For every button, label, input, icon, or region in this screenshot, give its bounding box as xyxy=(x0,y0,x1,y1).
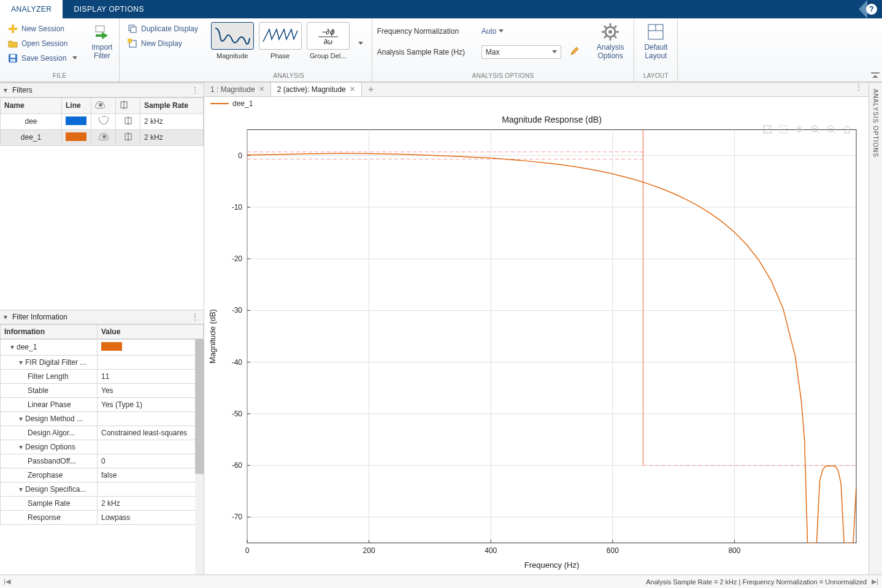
zoom-extents-icon[interactable] xyxy=(778,124,789,135)
eye-icon xyxy=(99,117,109,124)
ribbon-group-file-title: FILE xyxy=(0,71,119,82)
col-line[interactable]: Line xyxy=(62,97,91,113)
svg-text:200: 200 xyxy=(363,546,375,555)
scrollbar[interactable] xyxy=(195,339,204,575)
analysis-group-delay-button[interactable]: −∂ϕ∂ω xyxy=(307,22,350,50)
svg-text:-50: -50 xyxy=(232,410,243,418)
ribbon-group-layout-title: LAYOUT xyxy=(634,71,677,82)
info-row[interactable]: Zerophasefalse xyxy=(1,468,204,482)
filter-visibility[interactable] xyxy=(91,129,116,145)
info-col-label: Information xyxy=(1,324,98,338)
analysis-options-rail[interactable]: ANALYSIS OPTIONS xyxy=(869,83,882,575)
svg-text:0: 0 xyxy=(245,546,250,555)
svg-text:−∂ϕ: −∂ϕ xyxy=(321,28,335,36)
table-row[interactable]: dee_12 kHz xyxy=(1,129,204,145)
open-session-button[interactable]: Open Session xyxy=(5,37,80,50)
default-layout-button[interactable]: Default Layout xyxy=(639,22,672,61)
col-marker[interactable] xyxy=(116,97,140,113)
plot-tab-1[interactable]: 1 : Magnitude ✕ xyxy=(204,83,271,96)
tab-analyzer[interactable]: ANALYZER xyxy=(0,0,63,18)
collapse-icon[interactable]: ▾ xyxy=(4,313,7,321)
home-icon[interactable] xyxy=(842,124,853,135)
sample-rate-dropdown[interactable]: Max xyxy=(481,45,561,59)
filter-info-title: Filter Information xyxy=(12,313,67,321)
info-row[interactable]: ▾Design Specifica... xyxy=(1,482,204,496)
add-plot-tab[interactable]: + xyxy=(362,83,380,96)
duplicate-display-button[interactable]: Duplicate Display xyxy=(125,22,201,36)
ribbon-collapse-button[interactable] xyxy=(871,72,880,80)
svg-rect-9 xyxy=(128,39,132,43)
svg-text:600: 600 xyxy=(607,546,619,555)
info-row[interactable]: ▾Design Options xyxy=(1,440,204,454)
collapse-icon[interactable]: ▾ xyxy=(4,86,7,94)
filter-marker[interactable] xyxy=(116,129,140,145)
filter-color[interactable] xyxy=(62,113,91,129)
duplicate-icon xyxy=(128,24,137,34)
analysis-options-button[interactable]: Analysis Options xyxy=(592,22,629,61)
status-right-button[interactable]: ▶| xyxy=(872,578,878,586)
analysis-options-rail-label: ANALYSIS OPTIONS xyxy=(872,89,879,158)
svg-text:-20: -20 xyxy=(232,254,243,263)
legend-line-icon xyxy=(210,103,229,104)
freq-norm-dropdown[interactable]: Auto xyxy=(481,27,504,36)
tab-display-options[interactable]: DISPLAY OPTIONS xyxy=(63,0,155,18)
svg-rect-3 xyxy=(10,55,15,58)
filter-color[interactable] xyxy=(62,129,91,145)
info-row[interactable]: PassbandOff...0 xyxy=(1,454,204,468)
analysis-magnitude-button[interactable] xyxy=(211,22,254,50)
plot-tab-menu[interactable]: ⋮ xyxy=(850,83,869,96)
svg-line-22 xyxy=(604,36,607,38)
filters-panel-menu[interactable]: ⋮ xyxy=(191,86,200,94)
info-row[interactable]: ▾dee_1 xyxy=(1,339,204,355)
new-session-label: New Session xyxy=(21,25,64,33)
new-display-label: New Display xyxy=(141,39,182,48)
svg-line-20 xyxy=(614,36,616,38)
close-icon[interactable]: ✕ xyxy=(350,85,355,93)
col-name[interactable]: Name xyxy=(1,97,62,113)
svg-text:-30: -30 xyxy=(232,306,243,315)
marker-icon xyxy=(120,101,128,109)
table-row[interactable]: dee2 kHz xyxy=(1,113,204,129)
svg-text:Magnitude (dB): Magnitude (dB) xyxy=(208,309,217,364)
import-filter-button[interactable]: Import Filter xyxy=(86,22,117,61)
folder-open-icon xyxy=(8,39,18,48)
info-row[interactable]: ▾FIR Digital Filter ... xyxy=(1,355,204,369)
filter-visibility[interactable] xyxy=(91,113,116,129)
svg-text:∂ω: ∂ω xyxy=(324,38,332,45)
info-row[interactable]: Sample Rate2 kHz xyxy=(1,496,204,510)
magnitude-chart: Magnitude Response (dB)02004006008000-10… xyxy=(204,110,869,575)
analysis-phase-label: Phase xyxy=(270,52,290,59)
info-row[interactable]: Filter Length11 xyxy=(1,369,204,383)
analysis-gallery-dropdown[interactable] xyxy=(355,22,367,65)
edit-pencil-icon[interactable] xyxy=(570,46,580,58)
status-left-button[interactable]: |◀ xyxy=(4,578,10,586)
col-visible[interactable] xyxy=(91,97,116,113)
chevron-down-icon xyxy=(552,50,557,53)
new-display-button[interactable]: New Display xyxy=(125,37,201,50)
info-row[interactable]: ResponseLowpass xyxy=(1,510,204,524)
info-row[interactable]: Design Algor...Constrained least-squares xyxy=(1,426,204,440)
close-icon[interactable]: ✕ xyxy=(259,85,264,93)
svg-rect-7 xyxy=(131,27,136,32)
help-button[interactable]: ? xyxy=(857,0,882,18)
save-session-button[interactable]: Save Session xyxy=(5,52,80,65)
info-row[interactable]: ▾Design Method ... xyxy=(1,411,204,426)
zoom-in-icon[interactable] xyxy=(810,124,821,135)
zoom-out-icon[interactable] xyxy=(826,124,837,135)
analysis-phase-button[interactable] xyxy=(259,22,302,50)
open-session-label: Open Session xyxy=(21,39,67,48)
new-session-button[interactable]: New Session xyxy=(5,22,80,36)
filter-marker[interactable] xyxy=(116,113,140,129)
info-row[interactable]: Linear PhaseYes (Type 1) xyxy=(1,397,204,411)
chevron-down-icon xyxy=(499,29,504,32)
col-samplerate[interactable]: Sample Rate xyxy=(140,97,204,113)
filter-info-menu[interactable]: ⋮ xyxy=(191,313,200,321)
analysis-group-delay-label: Group Del... xyxy=(310,52,346,59)
pan-icon[interactable] xyxy=(794,124,805,135)
analysis-magnitude-label: Magnitude xyxy=(217,52,248,59)
info-row[interactable]: StableYes xyxy=(1,383,204,397)
brush-tool-icon[interactable] xyxy=(762,124,773,135)
save-session-label: Save Session xyxy=(21,54,66,63)
svg-line-89 xyxy=(833,131,835,134)
plot-tab-2[interactable]: 2 (active): Magnitude ✕ xyxy=(271,83,362,96)
